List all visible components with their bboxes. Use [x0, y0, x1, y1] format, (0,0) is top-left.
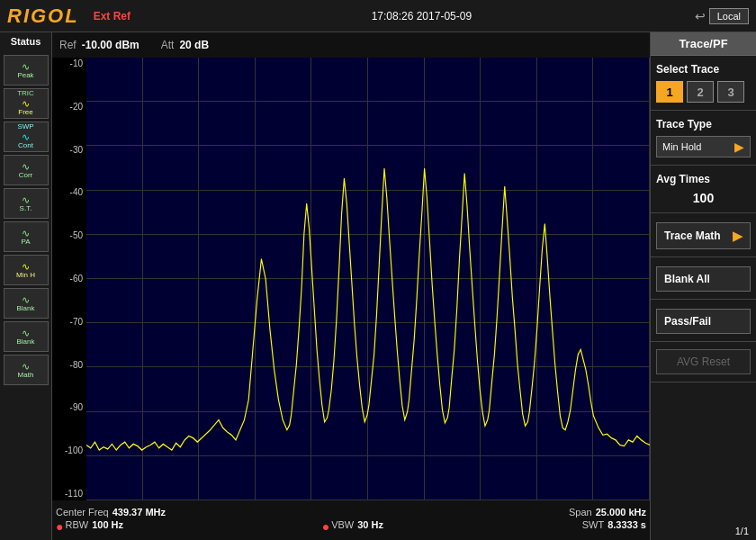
chart-area: Ref -10.00 dBm Att 20 dB -10 -20 -30 -40…: [52, 32, 650, 540]
pass-fail-section: Pass/Fail: [651, 300, 756, 342]
select-trace-title: Select Trace: [656, 63, 751, 76]
span-value: 25.000 kHz: [596, 507, 646, 518]
att-value: 20 dB: [179, 39, 209, 51]
ref-label: Ref: [59, 39, 76, 51]
center-freq-label: Center Freq: [56, 507, 109, 518]
trace-type-title: Trace Type: [656, 118, 751, 130]
blank2-wave-icon: ∿: [22, 328, 30, 338]
peak-wave-icon: ∿: [22, 61, 30, 72]
pa-wave-icon: ∿: [22, 228, 30, 238]
sidebar-btn-pa[interactable]: ∿ PA: [4, 221, 49, 252]
rbw-value: 100 Hz: [92, 519, 123, 534]
sidebar-btn-minh[interactable]: ∿ Min H: [4, 255, 49, 285]
sidebar-btn-tric[interactable]: TRIC ∿ Free: [4, 88, 49, 119]
att-param: Att 20 dB: [161, 39, 209, 51]
trace-math-section: Trace Math ▶: [651, 213, 756, 257]
y-tick-10: -10: [52, 59, 86, 68]
avg-reset-section: AVG Reset: [651, 342, 756, 382]
vbw-value: 30 Hz: [357, 519, 383, 534]
y-tick-40: -40: [52, 188, 86, 197]
blank2-label: Blank: [16, 338, 34, 346]
blank-all-section: Blank All: [651, 257, 756, 300]
pass-fail-button[interactable]: Pass/Fail: [656, 309, 751, 334]
y-tick-50: -50: [52, 231, 86, 240]
swt-value: 8.3333 s: [608, 519, 646, 534]
chart-wrapper: -10 -20 -30 -40 -50 -60 -70 -80 -90 -100…: [52, 58, 650, 500]
page-indicator: 1/1: [651, 522, 756, 540]
y-tick-100: -100: [52, 446, 86, 455]
blank-all-label: Blank All: [664, 273, 710, 285]
trace-type-row[interactable]: Min Hold ▶: [656, 136, 751, 158]
main-area: Status ∿ Peak TRIC ∿ Free SWP ∿ Cont ∿ C…: [0, 32, 756, 540]
swp-label: Cont: [18, 142, 33, 150]
corr-label: Corr: [19, 172, 33, 180]
trace-buttons-group: 1 2 3: [656, 81, 751, 103]
waveform-svg: [86, 58, 650, 500]
trace-type-arrow-icon: ▶: [734, 140, 744, 154]
y-tick-90: -90: [52, 403, 86, 412]
rbw-dot: ●: [56, 519, 63, 534]
trace-type-value: Min Hold: [662, 141, 701, 152]
tric-sublabel: TRIC: [17, 90, 34, 98]
center-freq-value: 439.37 MHz: [112, 507, 166, 518]
swt-label: SWT: [582, 519, 604, 534]
minh-label: Min H: [16, 272, 35, 280]
trace-btn-2[interactable]: 2: [687, 81, 714, 103]
blank-all-button[interactable]: Blank All: [656, 266, 751, 292]
y-tick-30: -30: [52, 146, 86, 155]
footer-row2: ● RBW 100 Hz ● VBW 30 Hz SWT 8.3333 s: [56, 519, 646, 534]
top-bar: RIGOL Ext Ref 17:08:26 2017-05-09 ↩ Loca…: [0, 0, 756, 32]
trace-type-section: Trace Type Min Hold ▶: [651, 111, 756, 166]
trace-math-arrow-icon: ▶: [733, 229, 742, 243]
span-label: Span: [569, 507, 592, 518]
sidebar-btn-swp[interactable]: SWP ∿ Cont: [4, 122, 49, 152]
trace-math-button[interactable]: Trace Math ▶: [656, 222, 751, 249]
sidebar-btn-math[interactable]: ∿ Math: [4, 355, 49, 385]
left-sidebar: Status ∿ Peak TRIC ∿ Free SWP ∿ Cont ∿ C…: [0, 32, 52, 540]
center-freq-group: Center Freq 439.37 MHz: [56, 507, 166, 518]
y-tick-20: -20: [52, 103, 86, 112]
rbw-label: RBW: [65, 519, 88, 534]
logo-text: RIGOL: [7, 4, 79, 28]
right-panel: Trace/PF Select Trace 1 2 3 Trace Type M…: [650, 32, 756, 540]
trace-btn-1[interactable]: 1: [656, 81, 683, 103]
sidebar-btn-blank2[interactable]: ∿ Blank: [4, 321, 49, 352]
trace-math-label: Trace Math: [664, 230, 721, 242]
ext-ref-label: Ext Ref: [94, 10, 130, 22]
trace-btn-3[interactable]: 3: [717, 81, 744, 103]
span-group: Span 25.000 kHz: [569, 507, 646, 518]
status-label: Status: [11, 36, 41, 47]
math-label: Math: [18, 372, 34, 380]
y-tick-60: -60: [52, 274, 86, 284]
sidebar-btn-corr[interactable]: ∿ Corr: [4, 155, 49, 185]
panel-title: Trace/PF: [651, 32, 756, 56]
minh-wave-icon: ∿: [22, 261, 30, 272]
sidebar-btn-blank1[interactable]: ∿ Blank: [4, 288, 49, 319]
avg-times-value: 100: [656, 191, 751, 205]
y-axis: -10 -20 -30 -40 -50 -60 -70 -80 -90 -100…: [52, 58, 86, 500]
avg-times-title: Avg Times: [656, 173, 751, 185]
sidebar-btn-peak[interactable]: ∿ Peak: [4, 55, 49, 86]
vbw-label: VBW: [331, 519, 354, 534]
blank1-wave-icon: ∿: [22, 294, 30, 305]
y-tick-70: -70: [52, 318, 86, 327]
ref-value: -10.00 dBm: [82, 39, 140, 51]
avg-reset-button[interactable]: AVG Reset: [656, 349, 751, 374]
peak-label: Peak: [17, 72, 33, 80]
select-trace-section: Select Trace 1 2 3: [651, 56, 756, 111]
chart-footer: Center Freq 439.37 MHz Span 25.000 kHz ●…: [52, 500, 650, 540]
corr-wave-icon: ∿: [22, 161, 30, 172]
footer-row1: Center Freq 439.37 MHz Span 25.000 kHz: [56, 507, 646, 518]
local-button[interactable]: Local: [709, 8, 749, 24]
sidebar-btn-st[interactable]: ∿ S.T.: [4, 188, 49, 219]
chart-canvas: // Generate grid cells for(let i=0;i<100…: [86, 58, 650, 500]
tric-label: Free: [18, 109, 32, 117]
att-label: Att: [161, 39, 175, 51]
return-icon: ↩: [695, 9, 706, 23]
y-tick-110: -110: [52, 490, 86, 499]
ref-param: Ref -10.00 dBm: [59, 39, 140, 51]
y-tick-80: -80: [52, 361, 86, 370]
swp-sublabel: SWP: [17, 123, 33, 131]
spectrum-trace: [86, 168, 650, 450]
pa-label: PA: [21, 238, 30, 247]
